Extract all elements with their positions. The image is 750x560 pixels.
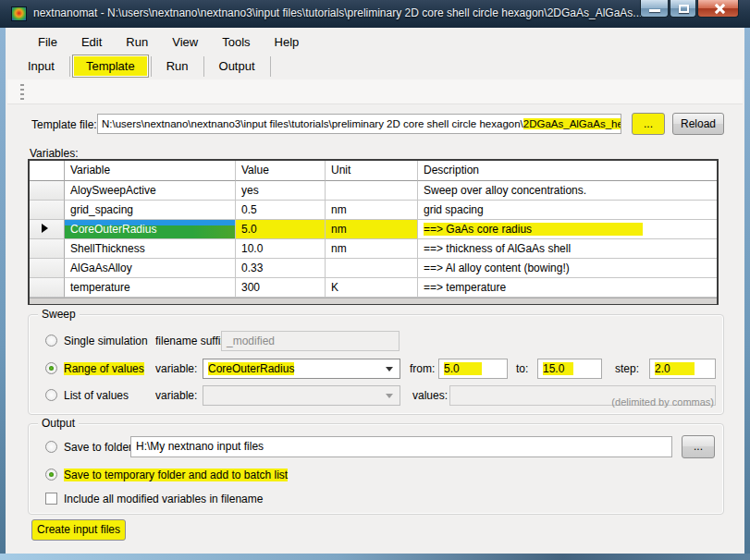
cell-variable[interactable]: AloySweepActive [65,181,236,201]
cell-value[interactable]: 5.0 [236,220,326,239]
cell-description-text: ==> GaAs core radius [424,223,643,236]
menu-run[interactable]: Run [114,31,160,53]
template-file-input[interactable]: N:\users\nextnano\nextnano3\input files\… [97,114,621,134]
cell-description[interactable]: ==> Al alloy content (bowing!) [418,259,717,278]
table-row[interactable]: grid_spacing 0.5 nm grid spacing [30,201,717,220]
cell-value[interactable]: yes [236,181,326,201]
cell-variable[interactable]: temperature [65,278,236,298]
range-variable-dropdown[interactable]: CoreOuterRadius [203,359,400,379]
tab-strip: Input Template Run Output [13,54,271,79]
list-of-values-radio[interactable] [45,389,57,401]
cell-description[interactable]: ==> thickness of AlGaAs shell [418,239,717,259]
window-title: nextnanomat - N:\users\nextnano\nextnano… [33,6,642,19]
cell-unit[interactable]: nm [326,239,418,259]
cell-variable-text: CoreOuterRadius [70,223,156,236]
tab-separator [270,56,271,77]
range-of-values-radio[interactable] [45,362,57,374]
row-header[interactable] [30,259,65,278]
output-group: Output Save to folder: H:\My nextnano in… [28,423,724,515]
table-header-row: Variable Value Unit Description [30,161,717,181]
cell-value[interactable]: 0.33 [236,259,326,278]
values-label: values: [412,389,448,402]
menu-help[interactable]: Help [263,31,312,53]
tab-separator [203,56,204,77]
table-row-selected[interactable]: CoreOuterRadius 5.0 nm ==> GaAs core rad… [30,220,717,239]
minimize-button[interactable] [640,0,669,18]
tab-template[interactable]: Template [72,55,149,78]
cell-value[interactable]: 300 [236,278,326,298]
template-file-label: Template file: [31,118,97,131]
cell-unit[interactable]: nm [326,201,418,220]
cell-variable[interactable]: ShellThickness [65,239,236,259]
from-input[interactable]: 5.0 [438,359,508,379]
step-input[interactable]: 2.0 [649,359,716,379]
maximize-button[interactable] [670,0,696,18]
to-input[interactable]: 15.0 [537,359,602,379]
menu-tools[interactable]: Tools [210,31,262,53]
range-variable-value: CoreOuterRadius [208,362,294,375]
app-window: nextnanomat - N:\users\nextnano\nextnano… [0,0,750,560]
cell-variable-selected[interactable]: CoreOuterRadius [65,220,236,239]
cell-variable[interactable]: AlGaAsAlloy [65,259,236,278]
output-browse-button[interactable]: ... [682,435,715,458]
single-simulation-radio[interactable] [45,335,57,347]
column-header-value[interactable]: Value [236,161,326,181]
menu-view[interactable]: View [160,31,210,53]
filename-suffix-label: filename suffix: [155,335,229,347]
template-file-name-highlighted: 2DGaAs_AlGaAs_hexagon [523,118,621,129]
table-horizontal-scrollbar[interactable] [30,298,717,304]
reload-button[interactable]: Reload [672,113,724,135]
table-row[interactable]: ShellThickness 10.0 nm ==> thickness of … [30,239,717,259]
cell-description[interactable]: ==> GaAs core radius [418,220,717,239]
from-value: 5.0 [444,362,482,375]
sweep-group-label: Sweep [38,308,80,321]
filename-suffix-input: _modified [221,331,400,351]
table-row[interactable]: AloySweepActive yes Sweep over alloy con… [30,181,717,201]
cell-value[interactable]: 10.0 [236,239,326,259]
cell-description[interactable]: Sweep over alloy concentrations. [418,181,717,201]
row-header-current[interactable] [30,220,65,239]
menu-file[interactable]: File [26,31,69,53]
cell-variable[interactable]: grid_spacing [65,201,236,220]
cell-unit[interactable]: K [326,278,418,298]
cell-description[interactable]: grid spacing [418,201,717,220]
column-header-description[interactable]: Description [418,161,717,181]
template-browse-button[interactable]: ... [632,113,665,135]
menu-bar: File Edit Run View Tools Help [6,30,744,54]
tab-run[interactable]: Run [154,55,202,77]
row-header[interactable] [30,239,65,259]
sweep-group: Sweep Single simulation filename suffix:… [28,314,724,415]
cell-value[interactable]: 0.5 [236,201,326,220]
table-corner-cell[interactable] [30,161,65,181]
cell-unit[interactable] [326,259,418,278]
close-button[interactable] [697,0,739,18]
save-folder-path-input[interactable]: H:\My nextnano input files [130,436,672,457]
include-modified-checkbox[interactable] [45,493,57,505]
delimiter-note: (delimited by commas) [611,396,714,408]
to-label: to: [516,362,528,375]
toolbar [7,79,743,104]
row-header[interactable] [30,278,65,298]
column-header-variable[interactable]: Variable [65,161,236,181]
save-to-folder-radio[interactable] [45,441,57,453]
app-icon [11,6,27,21]
close-icon [713,3,725,15]
menu-edit[interactable]: Edit [69,31,114,53]
create-input-files-button[interactable]: Create input files [31,519,126,541]
tab-output[interactable]: Output [206,55,268,77]
save-temp-folder-radio[interactable] [45,469,57,481]
from-label: from: [410,362,435,375]
table-row[interactable]: AlGaAsAlloy 0.33 ==> Al alloy content (b… [30,259,717,278]
tab-input[interactable]: Input [15,55,68,77]
cell-unit[interactable]: nm [326,220,418,239]
cell-description[interactable]: ==> temperature [418,278,717,298]
variables-table: Variable Value Unit Description AloySwee… [28,159,719,305]
table-row[interactable]: temperature 300 K ==> temperature [30,278,717,298]
row-header[interactable] [30,181,65,201]
toolbar-grip-handle[interactable] [20,84,24,100]
row-header[interactable] [30,201,65,220]
cell-unit[interactable] [326,181,418,201]
column-header-unit[interactable]: Unit [326,161,418,181]
step-value: 2.0 [655,362,695,375]
title-bar[interactable]: nextnanomat - N:\users\nextnano\nextnano… [0,0,750,28]
